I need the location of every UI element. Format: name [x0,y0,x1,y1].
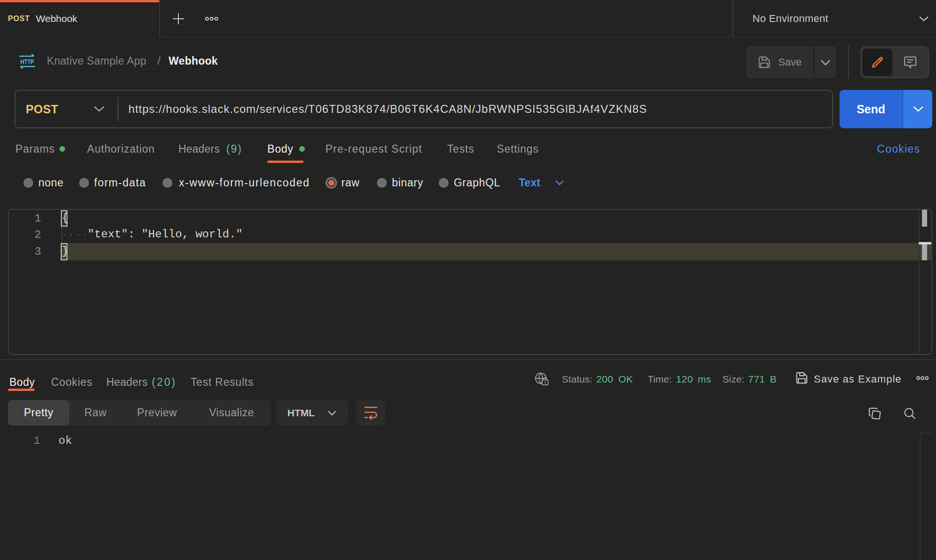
svg-text:HTTP: HTTP [21,58,34,66]
